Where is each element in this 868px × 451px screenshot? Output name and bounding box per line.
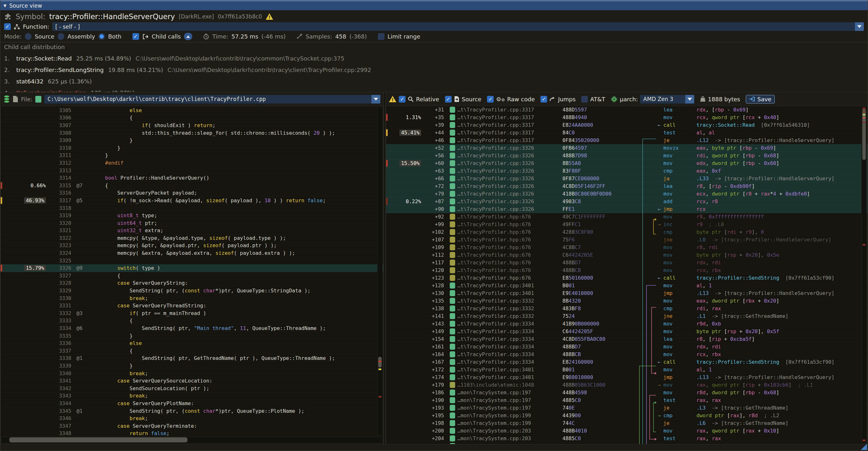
asm-row[interactable]: +149…t\TracyProfiler.cpp:3334C64424205Fm… (386, 328, 867, 335)
source-line[interactable]: 3320 uint64_t ptr; (1, 219, 383, 227)
asm-row[interactable]: +120…t\TracyProfiler.hpp:676488BCBmovrcx… (386, 267, 867, 274)
asm-row[interactable]: +172…t\TracyProfiler.cpp:3401B001moval, … (386, 366, 867, 373)
source-line[interactable]: 3337 { (1, 347, 383, 355)
asm-row[interactable]: 0.22%+87…t\TracyProfiler.cpp:33264903C8a… (386, 198, 867, 205)
source-line[interactable]: 3325 (1, 257, 383, 265)
source-line[interactable]: 3332@3 if( ptr == m_mainThread ) (1, 309, 383, 317)
mode-radio-source[interactable] (25, 33, 32, 40)
source-line[interactable]: 46.93%3317@5 if( !m_sock->Read( &payload… (1, 197, 383, 205)
source-hscrollbar[interactable] (1, 437, 382, 443)
asm-row[interactable]: +204…mon\TracySystem.cpp:2034885C0testra… (386, 435, 867, 442)
source-label[interactable]: Source (462, 96, 482, 102)
source-line[interactable]: 3313 (1, 167, 383, 175)
asm-row[interactable]: +63…t\TracyProfiler.cpp:332683F80Fcmpeax… (386, 167, 867, 175)
chevron-down-icon[interactable] (371, 95, 380, 103)
asm-row[interactable]: +99…t\TracyProfiler.hpp:67649FFC1→incr9 … (386, 221, 867, 229)
asm-row[interactable]: +195…mon\TracySystem.cpp:199443900→cmpdw… (386, 412, 867, 419)
asm-row[interactable]: +117…t\TracyProfiler.hpp:676488BD7movrdx… (386, 259, 867, 267)
source-line[interactable]: 3347 case ServerQueryTerminate: (1, 422, 383, 430)
source-line[interactable]: 3327 { (1, 272, 383, 280)
source-line[interactable]: 3318 (1, 205, 383, 212)
relative-checkbox[interactable] (399, 96, 405, 102)
hscroll-thumb[interactable] (9, 437, 187, 442)
limit-range-label[interactable]: Limit range (388, 33, 421, 40)
asm-row[interactable]: 1.31%+35…t\TracyProfiler.cpp:3317488B494… (386, 114, 867, 121)
mode-radio-both[interactable] (98, 33, 105, 40)
asm-row[interactable]: +138…t\TracyProfiler.cpp:3332483BF8cmprd… (386, 305, 867, 312)
asm-row[interactable]: +92…t\TracyProfiler.hpp:67649C7C1FFFFFFF… (386, 213, 867, 221)
relative-label[interactable]: Relative (416, 96, 439, 102)
jumps-checkbox[interactable] (540, 96, 547, 102)
source-line[interactable]: 3346 break; (1, 415, 383, 422)
asm-row[interactable]: +79…t\TracyProfiler.cpp:3326418B8C80E0BF… (386, 190, 867, 198)
source-line[interactable]: 3316 ServerQueryPacket payload; (1, 189, 383, 197)
source-line[interactable]: 3338@1 SendString( ptr, GetThreadName( p… (1, 355, 383, 362)
asm-row[interactable]: +46…t\TracyProfiler.cpp:33170F8435020000… (386, 137, 867, 144)
resize-grip[interactable] (861, 444, 867, 450)
source-line[interactable]: 3311} (1, 152, 383, 159)
chevron-down-icon[interactable] (685, 95, 694, 103)
source-line[interactable]: 3329 SendString( ptr, (const char*)ptr, … (1, 287, 383, 295)
asm-row[interactable]: +200…mon\TracySystem.cpp:203488B4010movr… (386, 427, 867, 435)
source-line[interactable]: 0.66%3315@7{ (1, 182, 383, 189)
raw-code-checkbox[interactable] (487, 96, 494, 102)
source-line[interactable]: 3309 } (1, 137, 383, 144)
asm-row[interactable]: +141…t\TracyProfiler.cpp:33327524jne.L1 … (386, 312, 867, 320)
asm-row[interactable]: +179…1103\include\atomic:1048488B05B63C1… (386, 381, 867, 389)
function-checkbox[interactable] (4, 23, 11, 30)
pane-splitter[interactable] (383, 92, 386, 444)
function-combo[interactable]: [ - self - ] (52, 22, 864, 31)
source-line[interactable]: 3321 uint32_t extra; (1, 227, 383, 235)
asm-row[interactable]: +123…t\TracyProfiler.hpp:676E850160000←c… (386, 274, 867, 282)
uarch-combo[interactable]: AMD Zen 3 (640, 95, 694, 103)
source-line[interactable]: 3339 } (1, 362, 383, 370)
att-checkbox[interactable] (581, 96, 588, 102)
asm-row[interactable]: +109…t\TracyProfiler.hpp:6764C8BC7movr8,… (386, 244, 867, 251)
asm-row[interactable]: +130…t\TracyProfiler.cpp:3401E9E4010000j… (386, 290, 867, 297)
asm-row[interactable]: +72…t\TracyProfiler.cpp:33264C8D05F146F2… (386, 182, 867, 190)
asm-row[interactable]: +112…t\TracyProfiler.hpp:676C64424205Emo… (386, 251, 867, 259)
child-calls-label[interactable]: Child calls (152, 33, 181, 40)
source-line[interactable]: 3306 { (1, 114, 383, 122)
asm-row[interactable]: +143…t\TracyProfiler.cpp:333441B90B00000… (386, 320, 867, 328)
asm-row[interactable]: +164…t\TracyProfiler.cpp:3334488BCBmovrc… (386, 351, 867, 358)
source-line[interactable]: 3322 memcpy( &type, &payload.type, sizeo… (1, 234, 383, 242)
chevron-down-icon[interactable] (855, 22, 864, 31)
source-line[interactable]: 3323 memcpy( &ptr, &payload.ptr, sizeof(… (1, 242, 383, 250)
source-line[interactable]: 3348 return false; (1, 430, 383, 436)
asm-row[interactable]: +161…t\TracyProfiler.cpp:3334488BD7movrd… (386, 343, 867, 351)
source-line[interactable]: 3310 } (1, 144, 383, 152)
asm-row[interactable]: +107…t\TracyProfiler.hpp:67675F6jne.L0 -… (386, 236, 867, 244)
raw-code-label[interactable]: Raw code (507, 96, 535, 102)
assembly-warning-icon[interactable] (389, 96, 396, 102)
asm-row[interactable]: +66…t\TracyProfiler.cpp:33260F87CE060000… (386, 175, 867, 182)
asm-row[interactable]: +154…t\TracyProfiler.cpp:33344C8D055FBA0… (386, 335, 867, 343)
asm-row[interactable]: +128…t\TracyProfiler.cpp:3401B001moval, … (386, 282, 867, 290)
file-combo[interactable]: C:\Users\wolf\Desktop\darkrl\contrib\tra… (44, 95, 380, 103)
asm-row[interactable]: +90…t\TracyProfiler.cpp:3326FFE1←jmprcx (386, 205, 867, 213)
child-call-row[interactable]: 2.tracy::Profiler::SendLongString19.88 m… (4, 64, 864, 76)
asm-row[interactable]: +193…mon\TracySystem.cpp:197740Eje.L3 ->… (386, 404, 867, 412)
source-line[interactable]: 3334@6 SendString( ptr, "Main thread", 1… (1, 325, 383, 332)
source-line[interactable]: 3336 else (1, 339, 383, 347)
att-label[interactable]: AT&T (590, 96, 605, 102)
asm-row[interactable]: +31…t\TracyProfiler.cpp:3317488D5597lear… (386, 106, 867, 114)
child-call-row[interactable]: 1.tracy::Socket::Read25.25 ms (54.89%)C:… (4, 53, 864, 64)
source-line[interactable]: 3344 case ServerQueryPlotName: (1, 400, 383, 408)
source-line[interactable]: 3342 SendSourceLocation( ptr ); (1, 385, 383, 392)
child-calls-checkbox[interactable] (132, 33, 139, 40)
source-line[interactable]: 3341 case ServerQuerySourceLocation: (1, 377, 383, 385)
source-line[interactable]: 3345@1 SendString( ptr, (const char*)ptr… (1, 408, 383, 415)
mode-option-source[interactable]: Source (35, 33, 55, 40)
source-line[interactable]: 3328 case ServerQueryString: (1, 280, 383, 287)
source-line[interactable]: 3305 else (1, 107, 383, 114)
source-line[interactable]: 3319 uint8_t type; (1, 212, 383, 219)
propagate-up-button[interactable] (184, 33, 192, 40)
asm-row[interactable]: +167…t\TracyProfiler.cpp:3334E824160000←… (386, 358, 867, 366)
asm-row[interactable]: 45.41%+44…t\TracyProfiler.cpp:331784C0te… (386, 129, 867, 137)
asm-row[interactable]: 15.50%+60…t\TracyProfiler.cpp:33268B55A0… (386, 159, 867, 167)
limit-range-checkbox[interactable] (378, 33, 384, 40)
source-line[interactable]: 3308 std::this_thread::sleep_for( std::c… (1, 129, 383, 137)
source-line[interactable]: 3330 break; (1, 295, 383, 302)
asm-row[interactable]: +190…mon\TracySystem.cpp:1974885C0testra… (386, 396, 867, 404)
